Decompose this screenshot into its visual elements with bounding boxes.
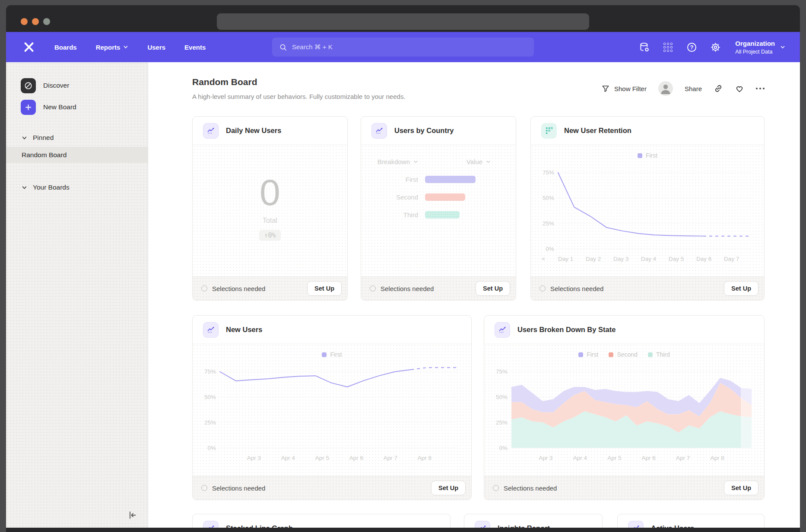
status-text: Selections needed xyxy=(539,285,724,292)
svg-text:Day 1: Day 1 xyxy=(558,256,573,262)
card-new-users: New Users First 75%50%25%0%Apr 3Apr 4Apr… xyxy=(192,315,472,500)
address-bar[interactable] xyxy=(217,13,589,30)
collapse-sidebar-icon[interactable] xyxy=(127,510,138,522)
board-main: Random Board A high-level summary of use… xyxy=(148,62,800,528)
help-icon[interactable]: ? xyxy=(686,41,697,53)
value-column[interactable]: Value xyxy=(466,158,491,165)
value-bar-teal xyxy=(425,211,460,218)
svg-text:50%: 50% xyxy=(496,394,508,400)
card-stacked-line-graph: Stacked Line Graph xyxy=(192,514,451,528)
legend-swatch xyxy=(609,352,613,357)
table-row: Third xyxy=(361,211,516,218)
browser-window: Boards Reports Users Events Search ⌘ + K xyxy=(6,5,800,532)
sidebar: Discover New Board Pinned Random Board xyxy=(6,62,148,528)
card-header: Active Users xyxy=(618,514,764,528)
set-up-button[interactable]: Set Up xyxy=(724,281,758,296)
data-management-icon[interactable] xyxy=(638,41,650,53)
card-body: First Second Third 75%50%25%0%Apr 3Apr 4… xyxy=(484,344,764,476)
sidebar-your-boards-label: Your Boards xyxy=(33,184,70,191)
svg-text:75%: 75% xyxy=(543,169,554,176)
card-users-by-country: Users by Country Breakdown Value xyxy=(361,116,516,301)
card-active-users: Active Users xyxy=(617,514,765,528)
app: Boards Reports Users Events Search ⌘ + K xyxy=(6,32,800,528)
window-close-button[interactable] xyxy=(21,18,28,25)
card-body: 0 Total ↑0% xyxy=(193,145,347,276)
more-options-icon[interactable] xyxy=(756,88,765,89)
heart-icon xyxy=(735,84,744,93)
window-zoom-button[interactable] xyxy=(43,18,50,25)
svg-text:50%: 50% xyxy=(543,195,554,201)
breakdown-label: Breakdown xyxy=(378,158,410,165)
search-placeholder: Search ⌘ + K xyxy=(292,43,333,51)
card-body: Breakdown Value First xyxy=(361,145,516,276)
sidebar-item-random-board[interactable]: Random Board xyxy=(6,147,148,163)
avatar[interactable] xyxy=(658,81,673,96)
card-users-by-state: Users Broken Down By State First Second … xyxy=(484,315,765,500)
card-footer: Selections needed Set Up xyxy=(361,276,516,300)
line-chart-icon xyxy=(628,521,644,528)
card-header: Users Broken Down By State xyxy=(484,316,764,344)
caret-down-icon xyxy=(486,159,491,164)
sidebar-item-new-board[interactable]: New Board xyxy=(21,98,148,116)
svg-text:Day 5: Day 5 xyxy=(669,256,684,262)
svg-text:Apr 6: Apr 6 xyxy=(349,455,363,461)
window-minimize-button[interactable] xyxy=(32,18,39,25)
svg-text:Apr 4: Apr 4 xyxy=(281,455,295,461)
row-label: Second xyxy=(361,193,418,201)
set-up-button[interactable]: Set Up xyxy=(431,481,466,495)
nav-item-users[interactable]: Users xyxy=(147,44,165,51)
nav-item-boards[interactable]: Boards xyxy=(54,44,77,51)
sidebar-discover-label: Discover xyxy=(43,82,69,89)
card-header: New User Retention xyxy=(531,117,764,145)
favorite-button[interactable] xyxy=(735,84,744,93)
svg-text:75%: 75% xyxy=(204,368,216,375)
share-button[interactable]: Share xyxy=(685,85,702,92)
card-footer: Selections needed Set Up xyxy=(484,476,764,500)
set-up-button[interactable]: Set Up xyxy=(476,281,510,296)
svg-text:Apr 8: Apr 8 xyxy=(710,455,724,461)
sidebar-pinned-label: Pinned xyxy=(33,134,54,142)
nav-item-reports[interactable]: Reports xyxy=(96,44,129,51)
set-up-button[interactable]: Set Up xyxy=(307,281,342,296)
mixpanel-logo-icon[interactable] xyxy=(23,41,35,53)
set-up-button[interactable]: Set Up xyxy=(724,481,758,495)
copy-link-button[interactable] xyxy=(714,84,723,93)
svg-text:25%: 25% xyxy=(204,419,216,426)
status-label: Selections needed xyxy=(212,484,265,492)
nav-right-group: ? Organization All Project Data xyxy=(638,39,785,55)
show-filter-button[interactable]: Show Filter xyxy=(601,84,647,93)
org-switcher[interactable]: Organization All Project Data xyxy=(735,39,785,55)
share-label: Share xyxy=(685,85,702,92)
sidebar-section-pinned[interactable]: Pinned xyxy=(22,134,148,142)
card-header: Daily New Users xyxy=(193,117,347,145)
svg-text:Day 7: Day 7 xyxy=(724,256,739,262)
metric-label: Total xyxy=(193,217,347,225)
settings-gear-icon[interactable] xyxy=(710,41,721,53)
page-subtitle: A high-level summary of user behaviors. … xyxy=(192,93,406,100)
nav-label-boards: Boards xyxy=(54,44,77,51)
card-body: First 75%50%25%0%Apr 3Apr 4Apr 5Apr 6Apr… xyxy=(193,344,471,476)
legend-label: First xyxy=(646,152,657,159)
svg-text:Apr 7: Apr 7 xyxy=(676,455,690,461)
plus-icon xyxy=(21,100,36,115)
value-bar-pink xyxy=(425,193,465,201)
legend-swatch xyxy=(322,352,327,357)
line-chart-icon xyxy=(495,322,510,338)
nav-label-users: Users xyxy=(147,44,165,51)
apps-grid-icon[interactable] xyxy=(662,41,673,53)
filter-funnel-icon xyxy=(601,84,610,93)
sidebar-item-discover[interactable]: Discover xyxy=(21,77,148,94)
search-input[interactable]: Search ⌘ + K xyxy=(272,38,534,57)
svg-text:25%: 25% xyxy=(543,220,554,227)
svg-text:Day 4: Day 4 xyxy=(641,256,657,262)
svg-text:Apr 4: Apr 4 xyxy=(573,455,587,461)
legend-swatch xyxy=(648,352,653,357)
card-title: Active Users xyxy=(651,524,694,528)
nav-item-events[interactable]: Events xyxy=(184,44,206,51)
breakdown-column[interactable]: Breakdown xyxy=(378,158,418,165)
card-title: New Users xyxy=(226,326,262,334)
chart-legend: First Second Third xyxy=(484,351,764,358)
sidebar-section-your-boards[interactable]: Your Boards xyxy=(22,184,148,191)
radio-circle-icon xyxy=(201,485,207,491)
card-footer: Selections needed Set Up xyxy=(193,276,347,300)
